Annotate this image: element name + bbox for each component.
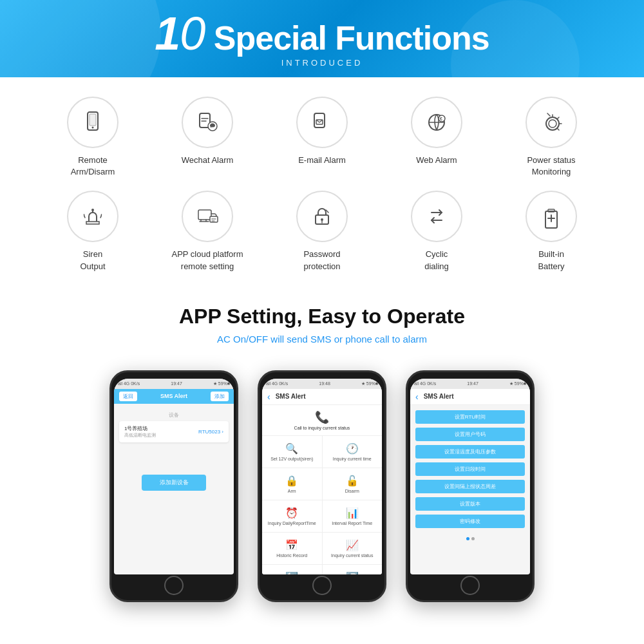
unlock-icon: 🔓 xyxy=(346,475,359,487)
phone2-home-btn[interactable] xyxy=(312,576,332,595)
header: 10 Special Functions INTRODUCED xyxy=(0,0,644,77)
svg-text:€: € xyxy=(440,117,442,121)
phone2-menu-arm[interactable]: 🔒 Arm xyxy=(262,468,322,500)
phone2-current-status-label: Inquiry current status xyxy=(331,553,373,558)
bar-chart-icon: 📈 xyxy=(346,539,359,551)
phone2-back-btn[interactable]: ‹ xyxy=(267,392,270,402)
web-alarm-icon: € xyxy=(411,97,462,148)
svg-point-15 xyxy=(212,219,213,220)
phone2-menu-grid: 🔍 Set 12V output(siren) 🕐 Inquiry curren… xyxy=(262,436,382,574)
phone2-menu-daily-report[interactable]: ⏰ Inquiry DailyReportTime xyxy=(262,500,322,532)
phone2-menu-interval[interactable]: 📊 Interval Report Time xyxy=(323,500,383,532)
phone3-btn-temp-voltage[interactable]: 设置湿温度及电压参数 xyxy=(415,445,525,459)
phone3-statusbar: all 4G 0K/s19:47★ 59%■ xyxy=(410,379,530,389)
web-alarm-label: Web Alarm xyxy=(416,155,457,166)
svg-point-12 xyxy=(91,209,94,211)
phone3-btn-version[interactable]: 设置版本 xyxy=(415,497,525,511)
password-label: Passwordprotection xyxy=(303,249,340,272)
phone1-device-name: 1号养殖场 xyxy=(124,425,156,432)
phone1-add-btn-nav[interactable]: 添加 xyxy=(211,392,229,401)
phone2-inquiry-time-label: Inquiry current time xyxy=(333,457,372,461)
features-section: RemoteArm/Disarm Wechat Alarm xyxy=(0,77,644,285)
phone2-call-label: Call to inquiry current status xyxy=(294,426,350,430)
phone2-menu-reset[interactable]: ↩️ Remotely Reset xyxy=(323,565,383,574)
calendar-icon: 📅 xyxy=(285,539,298,551)
phone2-menu-disarm[interactable]: 🔓 Disarm xyxy=(323,468,383,500)
phone3-notch xyxy=(451,372,489,377)
phone2-title: SMS Alert xyxy=(276,393,306,400)
app-setting-subtitle: AC On/OFF will send SMS or phone call to… xyxy=(13,334,631,345)
phone2-statusbar: all 4G 0K/s19:48★ 59%■ xyxy=(262,379,382,389)
phone2-menu-reboot[interactable]: 🔄 Inquiry Periodically Reboot xyxy=(262,565,322,574)
app-setting-section: APP Setting, Easy to Operate AC On/OFF w… xyxy=(0,285,644,357)
phone3-btn-day-period[interactable]: 设置日段时间 xyxy=(415,462,525,476)
phone2-arm-label: Arm xyxy=(288,489,296,493)
phone2-menu-current-status[interactable]: 📈 Inquiry current status xyxy=(323,533,383,564)
features-grid: RemoteArm/Disarm Wechat Alarm xyxy=(39,97,605,272)
feature-password: Passwordprotection xyxy=(268,191,376,272)
refresh-icon: 🔄 xyxy=(285,571,298,574)
phone1-statusbar: all 4G 0K/s19:47★ 59%■ xyxy=(114,379,234,389)
feature-email-alarm: E-mail Alarm xyxy=(268,97,376,178)
feature-app-cloud: APP cloud platformremote setting xyxy=(153,191,261,272)
phone1-add-area: 添加新设备 xyxy=(119,475,229,491)
phone3-back-btn[interactable]: ‹ xyxy=(415,392,419,402)
reset-icon: ↩️ xyxy=(346,571,359,574)
phone2-menu-historic[interactable]: 📅 Historic Record xyxy=(262,533,322,564)
svg-rect-1 xyxy=(90,114,96,126)
built-in-battery-label: Built-inBattery xyxy=(538,249,564,272)
phone1-home-btn[interactable] xyxy=(164,576,184,595)
phone3-btn-user-code[interactable]: 设置用户号码 xyxy=(415,428,525,441)
phone1-content: 设备 1号养殖场 高低温断电监测 RTU5023 › 添加新设备 xyxy=(114,404,234,496)
phone2-wrapper: all 4G 0K/s19:48★ 59%■ ‹ SMS Alert 📞 Cal… xyxy=(258,370,386,602)
power-status-icon xyxy=(526,97,577,148)
phone2-daily-report-label: Inquiry DailyReportTime xyxy=(268,521,316,526)
phone2-call-item[interactable]: 📞 Call to inquiry current status xyxy=(262,405,382,436)
built-in-battery-icon xyxy=(526,191,577,242)
svg-rect-13 xyxy=(198,210,211,220)
phone3-btn-interval-report[interactable]: 设置间隔上报状态周差 xyxy=(415,480,525,493)
phone1: all 4G 0K/s19:47★ 59%■ 返回 SMS Alert 添加 设… xyxy=(109,370,238,602)
svg-point-2 xyxy=(92,127,94,129)
phone2-menu-set12v[interactable]: 🔍 Set 12V output(siren) xyxy=(262,436,322,468)
feature-web-alarm: € Web Alarm xyxy=(383,97,491,178)
phone1-add-device-btn[interactable]: 添加新设备 xyxy=(142,475,206,491)
phone1-section-label: 设备 xyxy=(119,412,229,419)
phone2-notch xyxy=(303,372,341,377)
phone1-device-sub: 高低温断电监测 xyxy=(124,432,156,439)
phone3-title: SMS Alert xyxy=(424,393,454,400)
phone1-notch xyxy=(155,372,193,377)
feature-remote-arm: RemoteArm/Disarm xyxy=(39,97,147,178)
app-cloud-label: APP cloud platformremote setting xyxy=(171,249,243,272)
header-title: 10 Special Functions xyxy=(155,10,489,57)
phone3: all 4G 0K/s19:47★ 59%■ ‹ SMS Alert 设置RTU… xyxy=(406,370,535,602)
app-setting-title: APP Setting, Easy to Operate xyxy=(13,305,631,328)
phone2-disarm-label: Disarm xyxy=(345,489,359,493)
siren-output-label: SirenOutput xyxy=(80,249,105,272)
phone3-btn-password-change[interactable]: 密码修改 xyxy=(415,515,525,528)
phone3-wrapper: all 4G 0K/s19:47★ 59%■ ‹ SMS Alert 设置RTU… xyxy=(406,370,535,602)
phone3-pagination-dots xyxy=(410,537,530,540)
phone3-dot-1 xyxy=(466,537,469,540)
phone1-back-btn[interactable]: 返回 xyxy=(119,392,137,401)
clock-icon: 🕐 xyxy=(346,442,359,455)
phone2-call-icon: 📞 xyxy=(315,410,329,424)
phone2-interval-label: Interval Report Time xyxy=(332,521,372,526)
phone1-navbar: 返回 SMS Alert 添加 xyxy=(114,389,234,404)
lock-icon: 🔒 xyxy=(285,475,298,487)
wechat-alarm-label: Wechat Alarm xyxy=(182,155,234,166)
chart-icon: 📊 xyxy=(346,507,359,519)
phone3-screen: all 4G 0K/s19:47★ 59%■ ‹ SMS Alert 设置RTU… xyxy=(410,379,530,574)
phone3-dot-2 xyxy=(471,537,475,540)
phone3-btn-rtu-time[interactable]: 设置RTU时间 xyxy=(415,410,525,424)
feature-wechat-alarm: Wechat Alarm xyxy=(153,97,261,178)
power-status-label: Power statusMonitoring xyxy=(527,155,575,178)
phone2: all 4G 0K/s19:48★ 59%■ ‹ SMS Alert 📞 Cal… xyxy=(258,370,386,602)
phone1-device-row[interactable]: 1号养殖场 高低温断电监测 RTU5023 › xyxy=(119,421,229,442)
phone2-menu-inquiry-time[interactable]: 🕐 Inquiry current time xyxy=(323,436,383,468)
siren-output-icon xyxy=(67,191,118,242)
header-subtitle: INTRODUCED xyxy=(281,58,363,68)
phone2-screen: all 4G 0K/s19:48★ 59%■ ‹ SMS Alert 📞 Cal… xyxy=(262,379,382,574)
phone3-home-btn[interactable] xyxy=(460,576,480,595)
feature-siren-output: SirenOutput xyxy=(39,191,147,272)
